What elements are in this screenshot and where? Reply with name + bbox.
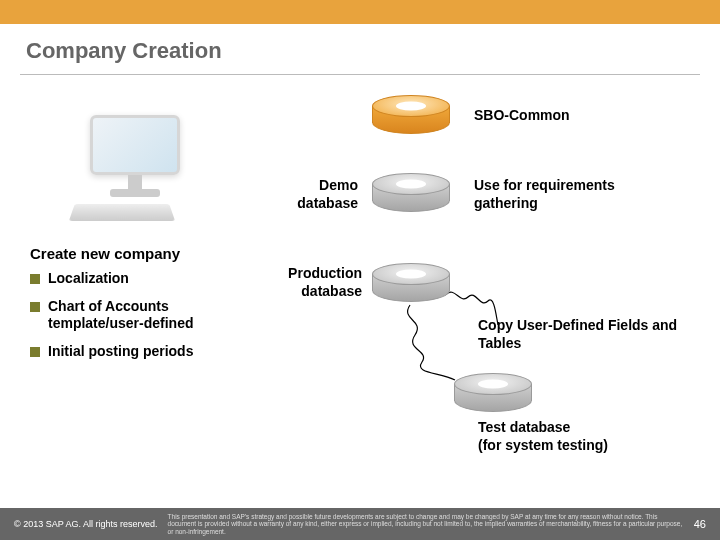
footer-copyright: © 2013 SAP AG. All rights reserved.: [14, 519, 158, 529]
demo-db-right-label: Use for requirements gathering: [474, 177, 664, 212]
page-title: Company Creation: [0, 24, 720, 74]
copy-fields-label: Copy User-Defined Fields and Tables: [478, 317, 688, 352]
slide-footer: © 2013 SAP AG. All rights reserved. This…: [0, 508, 720, 540]
demo-db-left-label: Demodatabase: [258, 177, 358, 212]
footer-page-number: 46: [694, 518, 706, 530]
sbo-common-db-icon: [372, 95, 450, 134]
create-company-bullets: Localization Chart of Accounts template/…: [30, 270, 250, 370]
production-db-icon: [372, 263, 450, 302]
demo-db-icon: [372, 173, 450, 212]
bullet-coa: Chart of Accounts template/user-defined: [30, 298, 250, 333]
test-db-icon: [454, 373, 532, 412]
computer-icon: [80, 115, 190, 205]
bullet-posting-periods: Initial posting periods: [30, 343, 250, 361]
footer-legal: This presentation and SAP's strategy and…: [158, 513, 694, 534]
create-company-heading: Create new company: [30, 245, 180, 262]
bullet-localization: Localization: [30, 270, 250, 288]
production-db-left-label: Productiondatabase: [262, 265, 362, 300]
test-db-label: Test database(for system testing): [478, 419, 688, 454]
brand-top-bar: [0, 0, 720, 24]
sbo-common-label: SBO-Common: [474, 107, 570, 125]
diagram-canvas: SBO-Common Demodatabase Use for requirem…: [0, 75, 720, 485]
